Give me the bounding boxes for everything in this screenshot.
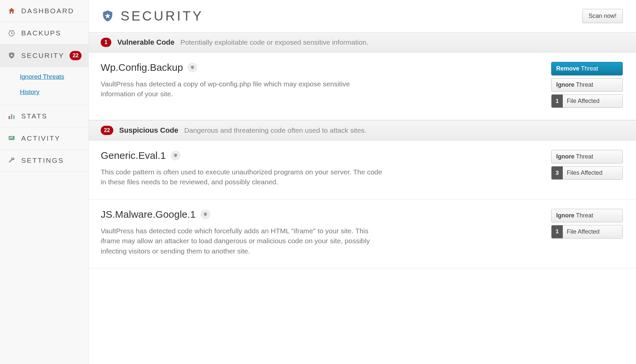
shield-icon — [171, 151, 181, 160]
page-title: SECURITY — [121, 9, 203, 23]
threat-item: JS.Malware.Google.1 VaultPress has detec… — [89, 200, 636, 268]
files-label: File Affected — [563, 95, 622, 108]
svg-rect-4 — [13, 115, 15, 119]
section-header-vulnerable: 1 Vulnerable Code Potentially exploitabl… — [89, 32, 636, 53]
security-badge: 22 — [70, 51, 81, 60]
threat-description: This code pattern is often used to execu… — [101, 167, 386, 187]
remove-threat-button[interactable]: Remove Threat — [551, 62, 623, 75]
sidebar: DASHBOARD BACKUPS SECURITY 22 Ignored Th… — [0, 0, 89, 364]
sidebar-item-label: STATS — [21, 112, 48, 120]
sidebar-item-label: SETTINGS — [21, 157, 64, 164]
sidebar-item-label: ACTIVITY — [21, 134, 61, 142]
threat-item: Generic.Eval.1 This code pattern is ofte… — [89, 141, 636, 200]
threat-name: Wp.Config.Backup — [101, 62, 183, 73]
svg-rect-3 — [11, 114, 12, 119]
sidebar-item-stats[interactable]: STATS — [0, 105, 88, 127]
svg-rect-2 — [9, 116, 10, 119]
ignore-threat-button[interactable]: Ignore Threat — [551, 150, 623, 163]
section-header-suspicious: 22 Suspicious Code Dangerous and threate… — [89, 120, 636, 141]
ignore-threat-button[interactable]: Ignore Threat — [551, 78, 623, 92]
section-description: Dangerous and threatening code often use… — [184, 126, 366, 134]
threat-name: Generic.Eval.1 — [101, 150, 166, 161]
shield-icon — [101, 9, 115, 23]
main-content: SECURITY Scan now! 1 Vulnerable Code Pot… — [89, 0, 636, 364]
bars-icon — [7, 112, 16, 120]
sidebar-item-label: BACKUPS — [21, 29, 61, 37]
files-count: 1 — [552, 225, 563, 238]
shield-icon — [7, 51, 16, 60]
sidebar-subitem-history[interactable]: History — [0, 84, 88, 100]
section-description: Potentially exploitable code or exposed … — [181, 38, 368, 46]
files-affected[interactable]: 1 File Affected — [551, 225, 623, 239]
sidebar-item-backups[interactable]: BACKUPS — [0, 22, 88, 44]
monitor-icon — [7, 134, 16, 143]
shield-icon — [200, 209, 210, 219]
threat-item: Wp.Config.Backup VaultPress has detected… — [89, 53, 636, 120]
section-count-badge: 22 — [101, 126, 113, 135]
wrench-icon — [7, 156, 16, 165]
files-count: 3 — [552, 166, 563, 179]
sidebar-item-label: SECURITY — [21, 52, 64, 60]
section-count-badge: 1 — [101, 38, 111, 47]
files-affected[interactable]: 3 Files Affected — [551, 166, 623, 180]
files-label: File Affected — [563, 225, 622, 238]
threat-description: VaultPress has detected a copy of wp-con… — [101, 79, 386, 99]
page-header: SECURITY Scan now! — [89, 0, 636, 32]
ignore-threat-button[interactable]: Ignore Threat — [551, 209, 623, 222]
sidebar-subitems: Ignored Threats History — [0, 67, 88, 105]
section-title: Suspicious Code — [119, 126, 178, 135]
sidebar-item-label: DASHBOARD — [21, 7, 74, 15]
shield-icon — [187, 63, 197, 72]
section-title: Vulnerable Code — [117, 38, 175, 47]
files-count: 1 — [552, 95, 563, 108]
files-label: Files Affected — [563, 166, 622, 179]
threat-name: JS.Malware.Google.1 — [101, 209, 196, 220]
threat-description: VaultPress has detected code which force… — [101, 226, 386, 256]
sidebar-item-settings[interactable]: SETTINGS — [0, 150, 88, 172]
scan-now-button[interactable]: Scan now! — [582, 9, 623, 23]
home-icon — [7, 7, 16, 15]
files-affected[interactable]: 1 File Affected — [551, 94, 623, 108]
sidebar-item-activity[interactable]: ACTIVITY — [0, 127, 88, 150]
sidebar-item-security[interactable]: SECURITY 22 — [0, 44, 88, 67]
sidebar-item-dashboard[interactable]: DASHBOARD — [0, 0, 88, 22]
clock-icon — [7, 29, 16, 37]
sidebar-subitem-ignored-threats[interactable]: Ignored Threats — [0, 69, 88, 84]
